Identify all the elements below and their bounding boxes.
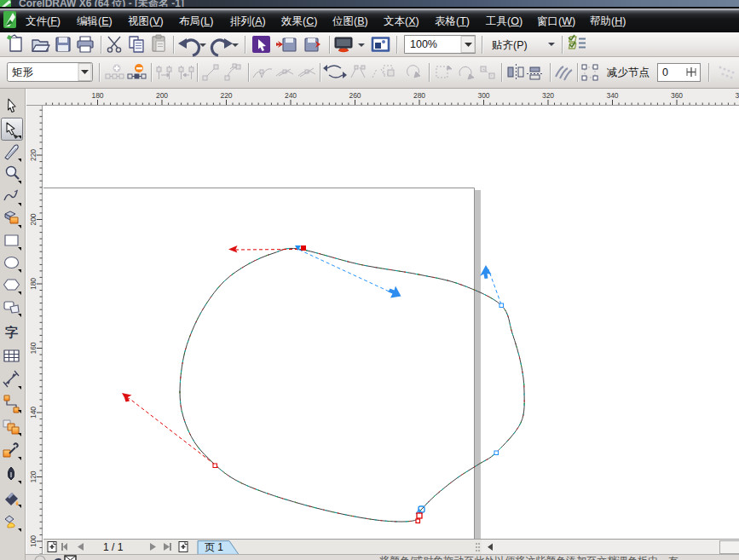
svg-text:200: 200 (29, 213, 38, 225)
svg-text:300: 300 (477, 91, 489, 100)
svg-text:200: 200 (156, 91, 168, 100)
svg-text:320: 320 (542, 91, 554, 100)
svg-text:180: 180 (91, 91, 103, 100)
svg-text:220: 220 (29, 149, 38, 161)
svg-text:120: 120 (29, 471, 38, 482)
svg-text:140: 140 (29, 407, 38, 419)
svg-text:100%: 100% (410, 38, 437, 50)
svg-text:0: 0 (662, 66, 668, 78)
svg-text:240: 240 (285, 91, 297, 100)
svg-text:1 / 1: 1 / 1 (103, 541, 124, 553)
svg-text:360: 360 (671, 91, 683, 100)
svg-text:100: 100 (29, 535, 38, 547)
svg-text:380: 380 (735, 91, 739, 100)
svg-text:将颜色/或对象拖动至此处以便将这些颜色添加至文档调色板中，有: 将颜色/或对象拖动至此处以便将这些颜色添加至文档调色板中，有 (379, 555, 678, 560)
svg-text:贴齐(P): 贴齐(P) (492, 39, 528, 51)
svg-text:减少节点: 减少节点 (607, 66, 650, 78)
svg-text:260: 260 (349, 91, 361, 100)
svg-text:340: 340 (606, 91, 618, 100)
svg-text:页 1: 页 1 (205, 541, 223, 553)
svg-text:220: 220 (220, 91, 232, 100)
svg-text:280: 280 (413, 91, 425, 100)
svg-text:180: 180 (29, 278, 38, 290)
svg-text:矩形: 矩形 (12, 66, 34, 78)
svg-text:字: 字 (5, 325, 18, 339)
svg-text:160: 160 (29, 342, 38, 354)
